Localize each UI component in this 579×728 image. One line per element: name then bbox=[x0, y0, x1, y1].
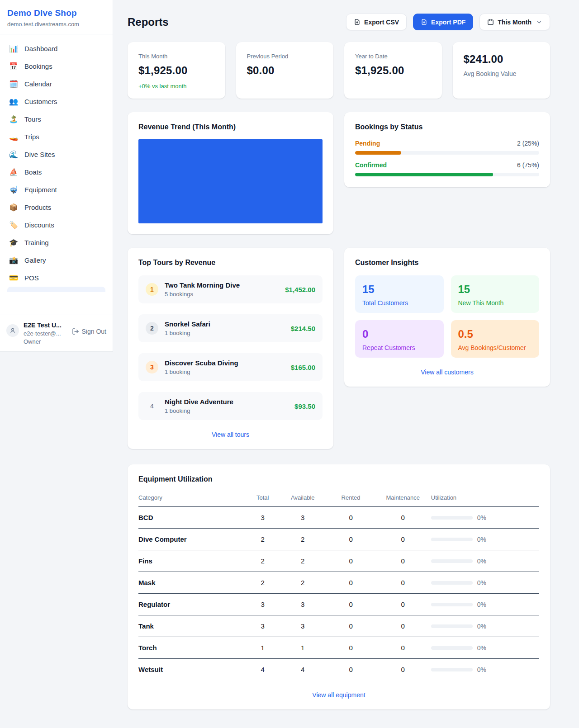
file-download-icon bbox=[421, 19, 427, 25]
logout-icon bbox=[72, 328, 79, 335]
customers-icon: 👥 bbox=[9, 98, 18, 105]
tour-bookings: 1 booking bbox=[165, 407, 288, 414]
equipment-utilization-card: Equipment Utilization Category Total Ava… bbox=[128, 464, 550, 709]
tour-name: Discover Scuba Diving bbox=[165, 359, 285, 367]
sidebar-item-discounts[interactable]: 🏷️ Discounts bbox=[4, 216, 109, 234]
brand-block: Demo Dive Shop demo.test.divestreams.com bbox=[0, 0, 113, 34]
insight-label: Total Customers bbox=[362, 299, 437, 307]
user-footer: E2E Test U... e2e-tester@... Owner Sign … bbox=[0, 315, 113, 351]
total-cell: 2 bbox=[247, 572, 279, 594]
total-cell: 2 bbox=[247, 529, 279, 550]
status-count: 6 (75%) bbox=[517, 161, 539, 169]
sidebar-item-pos[interactable]: 💳 POS bbox=[4, 269, 109, 287]
stats-row: This Month $1,925.00 +0% vs last month P… bbox=[128, 42, 550, 99]
insight-tile-avg-bookings: 0.5 Avg Bookings/Customer bbox=[451, 320, 540, 358]
available-cell: 2 bbox=[279, 529, 327, 550]
sidebar-item-label: Bookings bbox=[24, 62, 52, 70]
tour-list-item: 3 Discover Scuba Diving 1 booking $165.0… bbox=[138, 353, 323, 381]
view-all-tours-link[interactable]: View all tours bbox=[212, 431, 249, 438]
stat-label: Avg Booking Value bbox=[464, 70, 540, 77]
rented-cell: 0 bbox=[327, 550, 375, 572]
sidebar-item-label: Products bbox=[24, 203, 51, 211]
category-cell: BCD bbox=[138, 507, 247, 529]
stat-card-this-month: This Month $1,925.00 +0% vs last month bbox=[128, 42, 225, 99]
utilization-track bbox=[431, 624, 473, 628]
export-csv-label: Export CSV bbox=[364, 19, 399, 26]
shop-name: Demo Dive Shop bbox=[7, 8, 105, 18]
sidebar-item-customers[interactable]: 👥 Customers bbox=[4, 93, 109, 110]
sidebar-item-gallery[interactable]: 📸 Gallery bbox=[4, 251, 109, 269]
stat-value: $1,925.00 bbox=[138, 64, 214, 77]
sidebar-item-bookings[interactable]: 📅 Bookings bbox=[4, 57, 109, 75]
stat-value: $0.00 bbox=[247, 64, 323, 77]
sidebar-item-trips[interactable]: 🚤 Trips bbox=[4, 128, 109, 146]
sidebar-item-label: Equipment bbox=[24, 186, 57, 194]
table-header-row: Category Total Available Rented Maintena… bbox=[138, 490, 539, 507]
category-cell: Dive Computer bbox=[138, 529, 247, 550]
sidebar-item-dashboard[interactable]: 📊 Dashboard bbox=[4, 40, 109, 57]
utilization-percent: 0% bbox=[477, 536, 486, 543]
table-row: Wetsuit 4 4 0 0 0% bbox=[138, 659, 539, 681]
sidebar-item-label: Boats bbox=[24, 168, 42, 176]
header-actions: Export CSV Export PDF This Month bbox=[346, 14, 550, 30]
revenue-trend-card: Revenue Trend (This Month) bbox=[128, 112, 333, 234]
maintenance-cell: 0 bbox=[375, 507, 431, 529]
sailboat-icon: ⛵ bbox=[9, 169, 18, 176]
tour-revenue: $1,452.00 bbox=[285, 286, 315, 293]
equipment-utilization-title: Equipment Utilization bbox=[138, 475, 539, 483]
utilization-cell: 0% bbox=[431, 637, 539, 659]
category-cell: Torch bbox=[138, 637, 247, 659]
rented-cell: 0 bbox=[327, 594, 375, 615]
bookings-by-status-card: Bookings by Status Pending 2 (25%) Confi… bbox=[344, 112, 550, 187]
sidebar-item-label: Tours bbox=[24, 115, 41, 123]
available-cell: 4 bbox=[279, 659, 327, 681]
sidebar-item-training[interactable]: 🎓 Training bbox=[4, 234, 109, 251]
total-cell: 3 bbox=[247, 594, 279, 615]
diving-mask-icon: 🤿 bbox=[9, 186, 18, 194]
rented-cell: 0 bbox=[327, 572, 375, 594]
sign-out-button[interactable]: Sign Out bbox=[72, 328, 106, 335]
view-all-customers-link[interactable]: View all customers bbox=[421, 369, 473, 376]
table-row: Regulator 3 3 0 0 0% bbox=[138, 594, 539, 615]
sidebar-item-reports-partial[interactable] bbox=[7, 287, 105, 292]
utilization-percent: 0% bbox=[477, 579, 486, 586]
table-row: Mask 2 2 0 0 0% bbox=[138, 572, 539, 594]
period-label: This Month bbox=[498, 19, 532, 26]
progress-fill bbox=[355, 151, 401, 155]
sidebar-item-dive-sites[interactable]: 🌊 Dive Sites bbox=[4, 146, 109, 163]
sidebar-item-tours[interactable]: 🏝️ Tours bbox=[4, 110, 109, 128]
stat-card-year-to-date: Year to Date $1,925.00 bbox=[344, 42, 442, 99]
sidebar-item-calendar[interactable]: 🗓️ Calendar bbox=[4, 75, 109, 93]
utilization-track bbox=[431, 559, 473, 563]
sidebar-item-products[interactable]: 📦 Products bbox=[4, 199, 109, 216]
category-cell: Fins bbox=[138, 550, 247, 572]
utilization-cell: 0% bbox=[431, 507, 539, 529]
category-cell: Mask bbox=[138, 572, 247, 594]
insight-value: 0.5 bbox=[458, 328, 532, 340]
progress-track bbox=[355, 173, 539, 176]
total-cell: 4 bbox=[247, 659, 279, 681]
bookings-by-status-title: Bookings by Status bbox=[355, 123, 539, 131]
export-pdf-label: Export PDF bbox=[431, 19, 465, 26]
sidebar-item-boats[interactable]: ⛵ Boats bbox=[4, 163, 109, 181]
status-label: Confirmed bbox=[355, 161, 387, 169]
insight-value: 15 bbox=[362, 283, 437, 296]
export-csv-button[interactable]: Export CSV bbox=[346, 14, 407, 30]
package-icon: 📦 bbox=[9, 204, 18, 211]
tour-list-item: 4 Night Dive Adventure 1 booking $93.50 bbox=[138, 392, 323, 420]
top-tours-title: Top Tours by Revenue bbox=[138, 259, 323, 267]
utilization-percent: 0% bbox=[477, 644, 486, 652]
available-cell: 3 bbox=[279, 507, 327, 529]
export-pdf-button[interactable]: Export PDF bbox=[413, 14, 473, 30]
maintenance-cell: 0 bbox=[375, 659, 431, 681]
view-all-equipment-link[interactable]: View all equipment bbox=[312, 691, 365, 699]
sidebar-item-equipment[interactable]: 🤿 Equipment bbox=[4, 181, 109, 199]
column-header: Category bbox=[138, 490, 247, 507]
insight-tile-repeat-customers: 0 Repeat Customers bbox=[355, 320, 444, 358]
tour-list: 1 Two Tank Morning Dive 5 bookings $1,45… bbox=[138, 275, 323, 420]
sidebar-item-label: Gallery bbox=[24, 256, 46, 264]
shop-domain: demo.test.divestreams.com bbox=[7, 21, 105, 28]
rented-cell: 0 bbox=[327, 615, 375, 637]
utilization-track bbox=[431, 668, 473, 671]
period-dropdown[interactable]: This Month bbox=[479, 14, 550, 30]
